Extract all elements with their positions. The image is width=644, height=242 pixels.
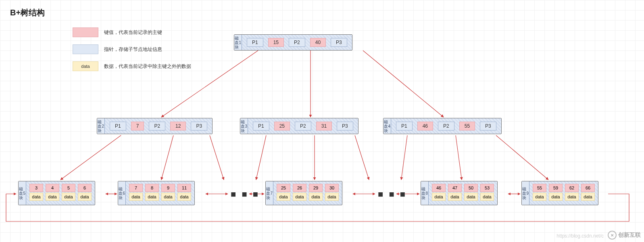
legend-swatch-ptr — [73, 44, 98, 54]
cell-key: 31 — [316, 122, 332, 130]
disk-block-6: 磁盘块6 7data 8data 9data 11data — [118, 181, 195, 205]
disk-block-1-cells: P1 15 P2 40 P3 — [242, 35, 352, 50]
leaf-col: 11data — [177, 184, 191, 202]
cell-ptr: P1 — [253, 122, 269, 130]
leaf-col: 59data — [549, 184, 563, 202]
cell-key: 55 — [459, 122, 475, 130]
cell-key: 46 — [417, 122, 433, 130]
leaf-col: 47data — [448, 184, 462, 202]
legend-text-ptr: 指针，存储子节点地址信息 — [104, 46, 162, 53]
svg-line-5 — [210, 135, 224, 180]
leaf-col: 5data — [62, 184, 75, 202]
cell-ptr: P2 — [289, 38, 305, 47]
cell-ptr: P1 — [396, 122, 413, 130]
disk-block-1-label: 磁盘块1 — [234, 35, 242, 50]
leaf-col: 25data — [277, 184, 290, 202]
leaf-col: 4data — [46, 184, 59, 202]
watermark-logo-icon: ✕ — [608, 231, 617, 240]
svg-line-2 — [363, 51, 444, 117]
ellipsis-icon: ■ ■ ■ — [231, 189, 260, 200]
watermark-brand: ✕ 创新互联 — [608, 231, 641, 240]
leaf-col: 62data — [565, 184, 579, 202]
cell-ptr: P3 — [337, 122, 353, 130]
leaf-col: 29data — [309, 184, 323, 202]
leaf-col: 55data — [533, 184, 546, 202]
cell-ptr: P3 — [191, 122, 207, 130]
cell-key: 40 — [310, 38, 326, 47]
svg-line-10 — [456, 135, 462, 180]
leaf-col: 30data — [325, 184, 339, 202]
cell-key: 15 — [268, 38, 284, 47]
legend: 键值，代表当前记录的主键 指针，存储子节点地址信息 data 数据，代表当前记录… — [73, 27, 191, 71]
disk-block-5: 磁盘块5 3data 4data 5data 6data — [18, 181, 95, 205]
disk-block-4-label: 磁盘块4 — [383, 118, 391, 134]
cell-ptr: P2 — [295, 122, 311, 130]
legend-text-data: 数据，代表当前记录中除主键之外的数据 — [104, 63, 191, 70]
disk-block-1: 磁盘块1 P1 15 P2 40 P3 — [234, 34, 352, 51]
leaf-col: 7data — [129, 184, 143, 202]
disk-block-2: 磁盘块2 P1 7 P2 12 P3 — [97, 118, 213, 134]
cell-key: 25 — [274, 122, 290, 130]
cell-ptr: P2 — [149, 122, 165, 130]
cell-ptr: P3 — [331, 38, 347, 47]
disk-block-8: 磁盘块8 46data 47data 50data 53data — [421, 181, 498, 205]
svg-line-6 — [256, 135, 266, 180]
svg-line-8 — [355, 135, 369, 180]
watermark-url: https://blog.csdn.net/c — [556, 233, 604, 239]
cell-key: 7 — [131, 122, 144, 130]
leaf-col: 50data — [464, 184, 478, 202]
leaf-col: 66data — [581, 184, 595, 202]
svg-line-3 — [60, 135, 121, 180]
disk-block-5-label: 磁盘块5 — [19, 181, 26, 205]
disk-block-9-label: 磁盘块9 — [522, 181, 529, 205]
svg-line-9 — [401, 135, 407, 180]
disk-block-7: 磁盘块7 25data 26data 29data 30data — [265, 181, 342, 205]
leaf-col: 8data — [145, 184, 159, 202]
legend-row-ptr: 指针，存储子节点地址信息 — [73, 44, 191, 54]
svg-line-11 — [496, 135, 548, 180]
legend-swatch-key — [73, 27, 98, 37]
leaf-col: 6data — [78, 184, 92, 202]
disk-block-8-label: 磁盘块8 — [421, 181, 429, 205]
diagram-title: B+树结构 — [10, 7, 45, 18]
cell-ptr: P2 — [438, 122, 454, 130]
legend-row-data: data 数据，代表当前记录中除主键之外的数据 — [73, 61, 191, 71]
leaf-col: 53data — [480, 184, 494, 202]
leaf-col: 46data — [432, 184, 446, 202]
disk-block-9: 磁盘块9 55data 59data 62data 66data — [521, 181, 598, 205]
cell-ptr: P1 — [110, 122, 126, 130]
leaf-col: 26data — [293, 184, 306, 202]
disk-block-4: 磁盘块4 P1 46 P2 55 P3 — [383, 118, 502, 134]
cell-ptr: P3 — [480, 122, 496, 130]
leaf-col: 9data — [161, 184, 175, 202]
leaf-col: 3data — [29, 184, 43, 202]
disk-block-6-label: 磁盘块6 — [118, 181, 126, 205]
disk-block-7-label: 磁盘块7 — [266, 181, 273, 205]
disk-block-2-label: 磁盘块2 — [97, 118, 105, 134]
ellipsis-icon: ■ ■ ■ — [378, 189, 407, 200]
disk-block-3-label: 磁盘块3 — [240, 118, 248, 134]
svg-line-4 — [161, 135, 173, 180]
disk-block-3: 磁盘块3 P1 25 P2 31 P3 — [240, 118, 358, 134]
legend-row-key: 键值，代表当前记录的主键 — [73, 27, 191, 37]
cell-ptr: P1 — [247, 38, 263, 47]
legend-text-key: 键值，代表当前记录的主键 — [104, 29, 162, 36]
cell-key: 12 — [170, 122, 186, 130]
legend-swatch-data: data — [73, 61, 98, 71]
diagram-canvas: B+树结构 键值，代表当前记录的主键 指针，存储子节点地址信息 data 数据，… — [0, 0, 644, 242]
